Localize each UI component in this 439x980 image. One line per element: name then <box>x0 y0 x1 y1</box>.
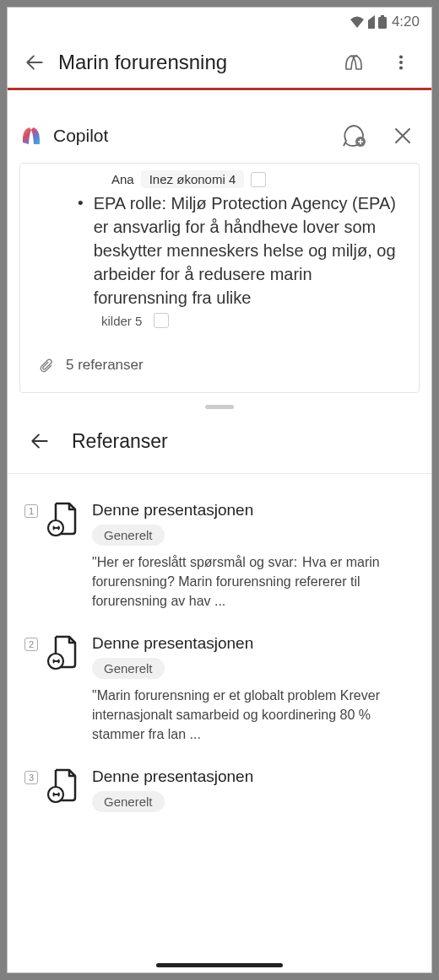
paperclip-icon <box>39 358 54 373</box>
reference-number: 3 <box>24 771 38 784</box>
copilot-pane-header: Copilot <box>8 114 431 163</box>
svg-rect-0 <box>378 17 387 29</box>
source-checkbox[interactable] <box>154 313 169 328</box>
copilot-pane-title: Copilot <box>53 126 322 146</box>
bullet-text: EPA rolle: Miljø Protection Agency (EPA)… <box>94 191 400 310</box>
app-header: Marin forurensning <box>8 36 431 90</box>
card-meta-pill[interactable]: Inez økonomi 4 <box>141 170 245 188</box>
reference-badge: Generelt <box>92 525 165 546</box>
status-bar: 4:20 <box>8 8 431 36</box>
drag-handle[interactable] <box>8 393 431 417</box>
reference-number: 2 <box>24 638 38 651</box>
copilot-header-button[interactable] <box>330 42 377 83</box>
card-meta-ana: Ana <box>111 172 134 186</box>
more-vertical-icon <box>392 53 410 72</box>
card-meta-row: Ana Inez økonomi 4 <box>20 169 419 188</box>
new-chat-button[interactable] <box>337 119 371 153</box>
reference-item[interactable]: 1 Denne presentasjonen Generelt "Her er … <box>8 489 431 622</box>
references-panel-title: Referanser <box>72 430 168 453</box>
svg-rect-1 <box>381 15 384 17</box>
reference-badge: Generelt <box>92 658 165 679</box>
references-summary[interactable]: 5 referanser <box>20 328 419 387</box>
close-copilot-button[interactable] <box>386 119 420 153</box>
references-back-button[interactable] <box>19 421 60 461</box>
copilot-logo-icon <box>19 124 43 148</box>
copilot-icon <box>341 50 366 75</box>
bullet-row: • EPA rolle: Miljø Protection Agency (EP… <box>20 188 419 310</box>
source-line: kilder 5 <box>20 310 419 328</box>
back-button[interactable] <box>14 42 55 83</box>
reference-item[interactable]: 3 Denne presentasjonen Generelt <box>8 756 431 831</box>
more-menu-button[interactable] <box>377 42 425 83</box>
wifi-icon <box>350 15 365 29</box>
reference-title: Denne presentasjonen <box>92 767 415 786</box>
references-count-label: 5 referanser <box>66 357 144 374</box>
battery-icon <box>378 15 387 29</box>
references-panel-header: Referanser <box>8 417 431 474</box>
meta-checkbox[interactable] <box>251 172 266 187</box>
document-link-icon <box>45 634 80 670</box>
source-label: kilder 5 <box>101 314 142 328</box>
reference-content: Denne presentasjonen Generelt "Marin for… <box>87 634 415 744</box>
status-time: 4:20 <box>392 13 420 30</box>
device-frame: 4:20 Marin forurensning <box>7 7 432 973</box>
reference-title: Denne presentasjonen <box>92 501 415 520</box>
svg-point-2 <box>399 55 403 58</box>
copilot-response-card: Ana Inez økonomi 4 • EPA rolle: Miljø Pr… <box>19 163 420 393</box>
document-link-icon <box>45 767 80 803</box>
bullet-dot-icon: • <box>78 191 84 310</box>
references-list: 1 Denne presentasjonen Generelt "Her er … <box>8 474 431 846</box>
status-icons <box>350 15 387 29</box>
reference-title: Denne presentasjonen <box>92 634 415 653</box>
close-icon <box>393 127 412 145</box>
drag-bar-icon <box>205 405 234 409</box>
copilot-pane: Copilot Ana Inez økonomi 4 <box>8 114 431 846</box>
reference-quote: "Her er foreslått spørsmål og svar:Hva e… <box>92 552 415 611</box>
reference-quote: "Marin forurensning er et globalt proble… <box>92 686 415 744</box>
reference-badge: Generelt <box>92 791 165 812</box>
svg-point-4 <box>399 66 403 69</box>
reference-number: 1 <box>24 504 38 518</box>
page-title: Marin forurensning <box>58 51 330 74</box>
document-link-icon <box>45 501 80 536</box>
home-indicator[interactable] <box>156 963 283 967</box>
arrow-left-icon <box>24 51 46 73</box>
arrow-left-icon <box>29 430 51 452</box>
reference-content: Denne presentasjonen Generelt <box>87 767 415 819</box>
reference-content: Denne presentasjonen Generelt "Her er fo… <box>87 501 415 611</box>
svg-point-3 <box>399 60 403 63</box>
signal-icon <box>368 15 375 29</box>
chat-plus-icon <box>341 123 366 148</box>
reference-item[interactable]: 2 Denne presentasjonen Generelt "Marin f… <box>8 622 431 756</box>
